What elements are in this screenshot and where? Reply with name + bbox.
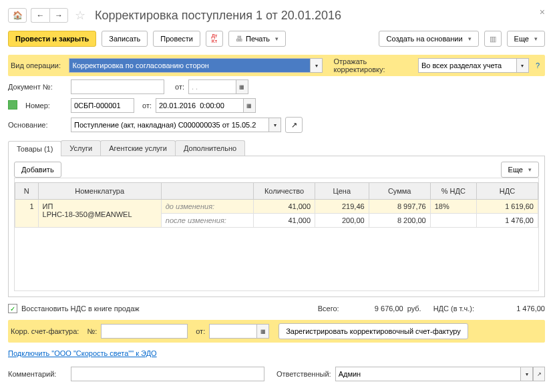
basis-input[interactable] [71,118,269,132]
basis-open-button[interactable]: ↗ [285,117,303,133]
col-nomen: Номенклатура [38,183,161,200]
printer-icon: 🖶 [236,35,243,43]
operation-type-input[interactable] [69,58,311,73]
page-title: Корректировка поступления 1 от 20.01.201… [95,9,341,23]
edo-link[interactable]: Подключить "ООО "Скорость света"" к ЭДО [8,349,157,357]
doc-num-input[interactable] [71,79,164,94]
create-based-button[interactable]: Создать на основании [379,31,478,47]
col-price: Цена [315,183,369,200]
save-button[interactable]: Записать [102,31,148,47]
report-button[interactable]: ▥ [484,31,502,47]
table-more-button[interactable]: Еще [501,162,539,178]
col-qty: Количество [253,183,315,200]
corr-invoice-label: Корр. счет-фактура: [11,327,79,335]
number-label: Номер: [25,102,67,110]
post-close-button[interactable]: Провести и закрыть [8,31,96,47]
corr-from-calendar[interactable]: ▦ [257,324,269,339]
col-vat-pct: % НДС [430,183,476,200]
responsible-open[interactable]: ↗ [533,367,545,381]
forward-button[interactable]: → [49,8,68,23]
tab-agent[interactable]: Агентские услуги [100,140,176,156]
basis-dropdown[interactable]: ▾ [269,118,281,132]
reflect-input[interactable] [418,58,517,73]
table-row-before[interactable]: 1 ИП LPHC-18-350@MEANWEL до изменения: 4… [15,200,538,214]
restore-vat-checkbox[interactable]: ✓ [8,304,17,313]
help-link[interactable]: ? [536,61,540,69]
responsible-dropdown[interactable]: ▾ [521,367,533,381]
document-icon: ▥ [490,35,496,43]
col-change [161,183,253,200]
operation-type-label: Вид операции: [11,61,65,69]
tab-goods[interactable]: Товары (1) [8,141,61,156]
status-icon [8,100,17,110]
close-button[interactable]: × [540,7,545,17]
date-label: от: [142,102,152,110]
more-button[interactable]: Еще [507,31,545,47]
number-input[interactable] [71,98,134,113]
home-button[interactable]: 🏠 [8,8,27,23]
doc-from-label: от: [175,83,184,91]
add-row-button[interactable]: Добавить [14,162,61,178]
col-sum: Сумма [369,183,430,200]
total-label: Всего: [318,305,339,313]
col-vat: НДС [476,183,538,200]
corr-from-label: от: [196,327,205,335]
doc-from-calendar[interactable]: ▦ [236,79,248,94]
favorite-icon[interactable]: ☆ [75,8,85,23]
restore-vat-label: Восстановить НДС в книге продаж [21,305,140,313]
back-button[interactable]: ← [31,8,49,23]
vat-total-label: НДС (в т.ч.): [433,305,474,313]
tab-services[interactable]: Услуги [61,140,101,156]
post-button[interactable]: Провести [153,31,200,47]
dt-kt-button[interactable]: ДтКт [206,31,223,47]
print-button[interactable]: 🖶Печать [228,31,286,47]
register-corr-invoice-button[interactable]: Зарегистрировать корректировочный счет-ф… [279,323,468,339]
total-value: 9 676,00 [343,305,403,313]
date-calendar[interactable]: ▦ [244,98,256,113]
reflect-dropdown[interactable]: ▾ [517,58,529,73]
responsible-input[interactable] [335,367,521,381]
total-currency: руб. [407,305,421,313]
vat-total-value: 1 476,00 [478,305,545,313]
corr-num-label: №: [87,327,97,335]
operation-type-dropdown[interactable]: ▾ [311,58,323,73]
col-n: N [15,183,39,200]
corr-num-input[interactable] [101,324,188,339]
responsible-label: Ответственный: [276,370,331,378]
date-input[interactable] [156,98,244,113]
doc-num-label: Документ №: [8,83,67,91]
reflect-label: Отражать корректировку: [333,57,413,73]
doc-from-date[interactable] [188,79,236,94]
basis-label: Основание: [8,121,67,129]
comment-label: Комментарий: [8,370,67,378]
tab-additional[interactable]: Дополнительно [175,140,245,156]
corr-from-input[interactable] [209,324,257,339]
comment-input[interactable] [71,367,264,381]
